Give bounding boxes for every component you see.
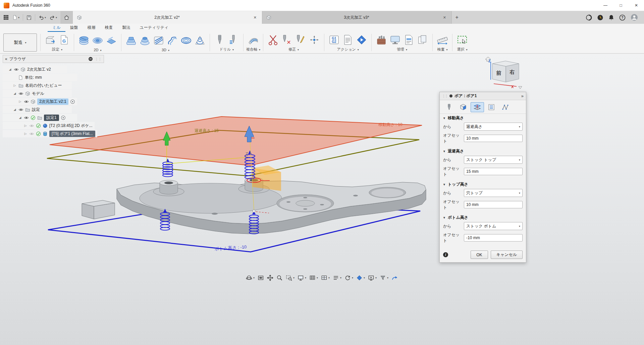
ok-button[interactable]: OK xyxy=(471,251,488,259)
group-label-actions[interactable]: アクション ▾ xyxy=(326,47,369,53)
row-label[interactable]: 名前の付いたビュー xyxy=(25,83,62,88)
edit-toolpath-icon[interactable] xyxy=(295,34,306,46)
expand-icon[interactable]: ◢ xyxy=(13,92,17,95)
row-label-selected[interactable]: 2次元加工 v2:1 xyxy=(37,98,68,105)
orbit-icon[interactable]: ▾ xyxy=(246,275,255,281)
selection-filter-icon[interactable]: ▾ xyxy=(380,275,388,281)
expand-icon[interactable]: ▷ xyxy=(13,84,17,87)
browser-row-component[interactable]: ▷ 2次元加工 v2:1 xyxy=(3,98,77,105)
viewports-icon[interactable]: ▾ xyxy=(321,275,330,281)
section-header[interactable]: ▼トップ高さ xyxy=(440,181,526,188)
bottom-from-select[interactable]: ストック ボトム▾ xyxy=(464,222,523,230)
visibility-eye-off-icon[interactable] xyxy=(29,131,34,136)
expand-icon[interactable]: ▷ xyxy=(18,100,22,103)
section-header[interactable]: ▼移動高さ xyxy=(440,115,526,122)
dialog-header[interactable]: ⋮⋮ ボア : ボア1 » xyxy=(440,92,526,100)
row-label[interactable]: 設定 xyxy=(32,107,40,113)
origin-point[interactable] xyxy=(253,210,255,212)
expand-icon[interactable]: ◢ xyxy=(13,108,17,111)
dialog-expand-icon[interactable]: » xyxy=(521,93,524,98)
display-settings-icon[interactable]: ▾ xyxy=(298,275,306,281)
expand-icon[interactable]: ◢ xyxy=(8,68,12,71)
nc-program-icon[interactable]: G xyxy=(58,34,70,46)
refresh-icon[interactable]: ▾ xyxy=(344,275,353,281)
redo-button[interactable]: ▾ xyxy=(48,13,58,22)
tab-close-icon[interactable]: ✕ xyxy=(442,15,447,20)
browser-row-op-t2[interactable]: ▷ [T2 (0:18:45)] 2D ポケ... xyxy=(3,122,95,129)
drill-icon[interactable] xyxy=(214,34,225,46)
geometry-tab[interactable] xyxy=(457,102,470,112)
screen-play-icon[interactable]: ▾ xyxy=(368,275,377,281)
zoom-icon[interactable] xyxy=(276,275,283,281)
tab-inspection[interactable]: 検査 xyxy=(100,24,118,32)
step-block[interactable] xyxy=(82,200,115,219)
ramp-spiral-icon[interactable] xyxy=(194,35,206,46)
viewcube-menu-arrow[interactable] xyxy=(519,86,522,89)
tab-turning[interactable]: 旋盤 xyxy=(65,24,83,32)
tab-additive[interactable]: 積層 xyxy=(83,24,100,32)
notifications-bell-icon[interactable] xyxy=(608,14,614,21)
group-label-drilling[interactable]: ドリル ▾ xyxy=(212,47,241,53)
jump-arrow-icon[interactable] xyxy=(391,275,398,281)
tab-utilities[interactable]: ユーティリティ xyxy=(135,24,173,32)
online-status-icon[interactable] xyxy=(586,14,592,21)
group-label-modify[interactable]: 修正 ▾ xyxy=(265,47,322,53)
parallel-icon[interactable] xyxy=(153,35,164,46)
trim-toolpath-icon[interactable] xyxy=(267,34,279,46)
row-label-editing[interactable]: [T5] ボア1 (3mm Flat... xyxy=(49,131,95,137)
new-tab-button[interactable]: + xyxy=(452,11,462,24)
retract-offset-input[interactable] xyxy=(464,168,523,175)
tool-tab[interactable] xyxy=(442,102,456,112)
pocket-clearing-icon[interactable] xyxy=(139,35,151,46)
job-status-clock-icon[interactable] xyxy=(597,14,603,21)
heights-tab[interactable] xyxy=(471,102,484,112)
retract-from-select[interactable]: ストック トップ▾ xyxy=(464,156,523,164)
file-menu-button[interactable]: ▾ xyxy=(11,13,21,22)
top-from-select[interactable]: 穴トップ▾ xyxy=(464,189,523,197)
document-tab-1[interactable]: 2次元加工 v2* ✕ xyxy=(73,11,262,24)
adaptive-clearing-icon[interactable] xyxy=(125,35,137,46)
expand-icon[interactable]: ◢ xyxy=(18,116,22,119)
template-library-icon[interactable] xyxy=(403,34,415,46)
delete-toolpath-icon[interactable]: ✕ xyxy=(281,34,292,46)
bottom-offset-input[interactable] xyxy=(464,234,523,242)
expand-icon[interactable]: ▷ xyxy=(23,124,28,127)
simulate-style-icon[interactable]: ▾ xyxy=(356,275,365,281)
browser-row-document[interactable]: ◢ 2次元加工 v2 xyxy=(3,66,67,73)
group-label-setup[interactable]: 設定 ▾ xyxy=(43,47,72,53)
info-icon[interactable]: i xyxy=(443,252,448,257)
tab-milling[interactable]: ミル xyxy=(48,24,65,32)
zoom-window-icon[interactable]: ▾ xyxy=(286,275,294,281)
collapse-all-icon[interactable] xyxy=(88,57,93,61)
visibility-eye-off-icon[interactable] xyxy=(29,123,34,128)
row-label[interactable]: [T2 (0:18:45)] 2D ポケ... xyxy=(49,123,93,129)
browser-row-setup1[interactable]: ◢ 設定1 xyxy=(3,114,77,121)
minimize-button[interactable]: — xyxy=(598,0,613,11)
group-label-multiaxis[interactable]: 複合軸 ▾ xyxy=(246,47,261,53)
panel-grip[interactable]: ⋮⋮ xyxy=(95,57,102,61)
new-setup-icon[interactable] xyxy=(45,34,56,46)
expand-icon[interactable]: ▷ xyxy=(23,132,28,135)
coordinate-system-icon[interactable] xyxy=(309,34,320,46)
pan-icon[interactable] xyxy=(267,275,273,281)
visibility-eye-icon[interactable] xyxy=(18,91,23,96)
visibility-eye-icon[interactable] xyxy=(24,115,29,120)
tool-library-icon[interactable] xyxy=(376,34,387,46)
setup-sheet-icon[interactable] xyxy=(342,34,354,46)
maximize-button[interactable]: □ xyxy=(613,0,629,11)
window-selection-icon[interactable] xyxy=(457,34,468,46)
row-label[interactable]: モデル xyxy=(32,91,44,96)
group-label-select[interactable]: 選択 ▾ xyxy=(454,47,470,53)
row-label[interactable]: 単位: mm xyxy=(25,75,42,80)
viewcube[interactable]: 前 右 Z X xyxy=(486,57,522,89)
help-icon[interactable]: ? xyxy=(619,14,626,21)
top-offset-input[interactable] xyxy=(464,201,523,208)
tab-close-icon[interactable]: ✕ xyxy=(252,15,258,20)
visibility-eye-icon[interactable] xyxy=(24,99,29,104)
viewport-canvas[interactable]: 移動高さ : 10 退避高さ : 15 ボトム高さ : -10 xyxy=(0,54,644,345)
2d-adaptive-icon[interactable] xyxy=(78,35,90,46)
browser-row-model[interactable]: ◢ モデル xyxy=(3,90,72,97)
look-at-icon[interactable] xyxy=(258,275,264,281)
cancel-button[interactable]: キャンセル xyxy=(491,251,523,259)
section-header[interactable]: ▼ボトム高さ xyxy=(440,214,526,221)
